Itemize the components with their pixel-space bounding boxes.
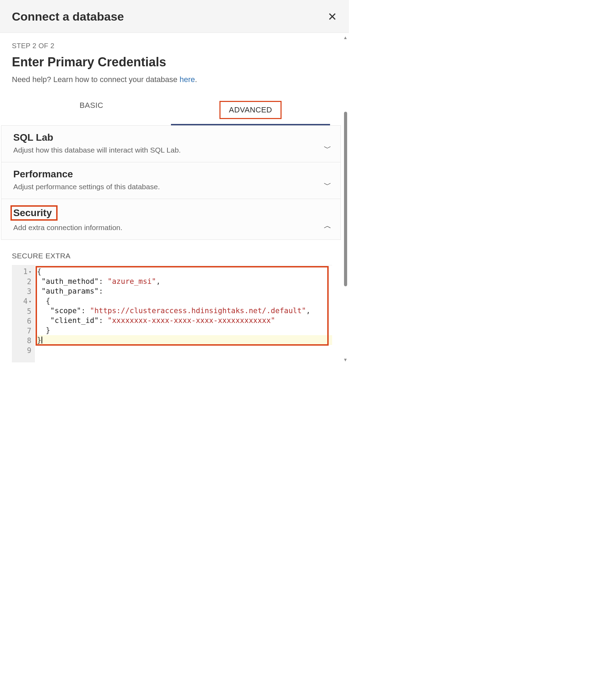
page-subheading: Enter Primary Credentials xyxy=(12,55,330,69)
tab-advanced[interactable]: ADVANCED xyxy=(171,95,330,125)
line-number: 1 xyxy=(14,267,33,277)
section-desc: Adjust performance settings of this data… xyxy=(13,183,160,191)
brace: { xyxy=(46,297,50,305)
line-number: 6 xyxy=(14,316,33,326)
modal-body: ▲ ▼ STEP 2 OF 2 Enter Primary Credential… xyxy=(0,33,349,362)
scrollbar[interactable]: ▲ ▼ xyxy=(343,35,348,362)
section-sql-lab[interactable]: SQL Lab Adjust how this database will in… xyxy=(1,125,341,162)
secure-extra-panel: SECURE EXTRA 1 2 3 4 5 6 7 8 9 { "auth_m… xyxy=(0,240,342,362)
line-number: 4 xyxy=(14,296,33,307)
help-suffix: . xyxy=(195,75,197,84)
json-key: "client_id" xyxy=(50,316,99,325)
step-indicator: STEP 2 OF 2 xyxy=(12,42,330,50)
tab-basic[interactable]: BASIC xyxy=(12,95,171,125)
close-icon[interactable]: ✕ xyxy=(328,11,337,22)
section-desc: Adjust how this database will interact w… xyxy=(13,146,181,154)
scroll-up-icon[interactable]: ▲ xyxy=(343,35,348,40)
code-area[interactable]: { "auth_method": "azure_msi", "auth_para… xyxy=(35,265,332,362)
code-editor[interactable]: 1 2 3 4 5 6 7 8 9 { "auth_method": "azur… xyxy=(12,265,332,362)
line-number: 7 xyxy=(14,326,33,336)
json-string: "xxxxxxxx-xxxx-xxxx-xxxx-xxxxxxxxxxxx" xyxy=(107,316,275,325)
brace: } xyxy=(46,326,50,334)
help-prefix: Need help? Learn how to connect your dat… xyxy=(12,75,180,84)
accordion: SQL Lab Adjust how this database will in… xyxy=(1,125,341,240)
scroll-down-icon[interactable]: ▼ xyxy=(343,357,348,362)
brace: { xyxy=(37,267,42,276)
brace: } xyxy=(37,336,42,344)
chevron-down-icon: ﹀ xyxy=(324,180,331,190)
line-number: 2 xyxy=(14,277,33,287)
modal-titlebar: Connect a database ✕ xyxy=(0,0,349,33)
line-number: 5 xyxy=(14,307,33,316)
json-string: "azure_msi" xyxy=(107,277,156,286)
line-number: 3 xyxy=(14,287,33,296)
scroll-thumb[interactable] xyxy=(344,112,347,286)
modal-connect-database: Connect a database ✕ ▲ ▼ STEP 2 OF 2 Ent… xyxy=(0,0,349,362)
section-security[interactable]: Security Add extra connection informatio… xyxy=(1,199,341,240)
section-title: SQL Lab xyxy=(13,132,53,143)
section-desc: Add extra connection information. xyxy=(13,223,122,232)
line-gutter: 1 2 3 4 5 6 7 8 9 xyxy=(12,265,35,362)
json-key: "auth_method" xyxy=(42,277,99,286)
tabs: BASIC ADVANCED xyxy=(12,95,330,125)
json-string: "https://clusteraccess.hdinsightaks.net/… xyxy=(90,307,306,315)
modal-title: Connect a database xyxy=(12,10,124,23)
tab-label: BASIC xyxy=(80,101,103,110)
json-key: "auth_params" xyxy=(42,287,99,295)
text-cursor xyxy=(42,337,42,344)
chevron-up-icon: ︿ xyxy=(324,221,331,231)
help-text: Need help? Learn how to connect your dat… xyxy=(12,75,330,84)
chevron-down-icon: ﹀ xyxy=(324,143,331,154)
line-number: 8 xyxy=(14,336,33,346)
tab-label: ADVANCED xyxy=(229,105,272,114)
section-title: Performance xyxy=(13,169,73,180)
section-title: Security xyxy=(10,205,58,221)
help-link[interactable]: here xyxy=(180,75,195,84)
secure-extra-label: SECURE EXTRA xyxy=(12,252,332,260)
section-performance[interactable]: Performance Adjust performance settings … xyxy=(1,162,341,199)
line-number: 9 xyxy=(14,346,33,355)
json-key: "scope" xyxy=(50,307,81,315)
